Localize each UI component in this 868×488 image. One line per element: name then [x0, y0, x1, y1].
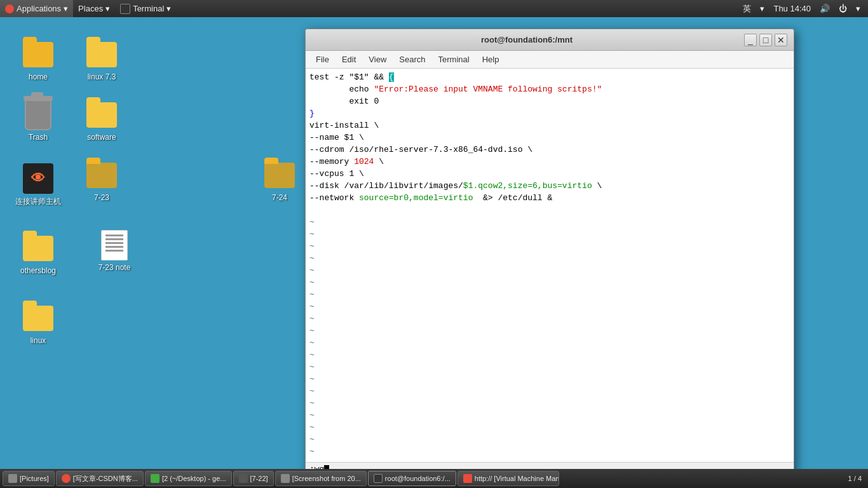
icon-label-trash: Trash: [29, 133, 48, 142]
screenshot-icon: [281, 474, 290, 483]
taskbar-virt-label: http:// [Virtual Machine Man...: [475, 475, 559, 482]
taskbar-gedit[interactable]: [2 (~/Desktop) - ge...: [145, 471, 232, 486]
applications-menu[interactable]: Applications ▾: [0, 0, 73, 17]
terminal-window: root@foundation6:/mnt _ □ ✕ File Edit Vi…: [305, 29, 794, 477]
icon-label-linux: linux: [31, 336, 46, 345]
chevron-down-icon: ▾: [64, 4, 68, 13]
icon-label-othersblog: othersblog: [20, 266, 56, 275]
taskbar-gedit-label: [2 (~/Desktop) - ge...: [162, 475, 226, 482]
folder-icon: [86, 42, 117, 67]
taskbar-screenshot[interactable]: [Screenshot from 20...: [275, 471, 367, 486]
close-button[interactable]: ✕: [775, 34, 787, 46]
clock: Thu 14:40: [771, 4, 813, 13]
system-tray: 英 ▾ Thu 14:40 🔊 ⏻ ▾: [740, 0, 868, 17]
terminal-label: Terminal: [133, 4, 164, 13]
desktop-icon-folder723[interactable]: 7-23: [76, 160, 127, 202]
icon-label-connect: 连接讲师主机: [15, 196, 61, 207]
desktop-icon-trash[interactable]: Trash: [13, 100, 64, 142]
language-indicator[interactable]: 英: [740, 3, 754, 15]
page-info-label: 1 / 4: [848, 475, 862, 482]
terminal-active-icon: [374, 474, 383, 483]
folder-icon: [86, 163, 117, 188]
folder-icon: [264, 163, 295, 188]
virt-icon: [463, 474, 472, 483]
icon-label-software: software: [87, 133, 116, 142]
maximize-button[interactable]: □: [759, 34, 772, 46]
taskbar-root-label: root@foundation6:/...: [385, 475, 451, 482]
special-icon: 👁: [23, 163, 53, 194]
menu-search[interactable]: Search: [393, 53, 431, 66]
taskbar-top: Applications ▾ Places ▾ Terminal ▾ 英 ▾ T…: [0, 0, 868, 17]
terminal-menu[interactable]: Terminal ▾: [115, 0, 176, 17]
taskbar-722-label: [7-22]: [250, 475, 268, 482]
power-icon[interactable]: ⏻: [836, 4, 850, 13]
desktop: home linux 7.3 Trash software 👁 连接讲师主机 7…: [0, 17, 868, 469]
note-icon: [101, 230, 128, 261]
taskbar-722[interactable]: [7-22]: [233, 471, 274, 486]
taskbar-bottom: [Pictures] [写文章-CSDN博客... [2 (~/Desktop)…: [0, 469, 868, 488]
page-info: 1 / 4: [848, 475, 865, 482]
desktop-icon-othersblog[interactable]: othersblog: [13, 233, 64, 275]
taskbar-root[interactable]: root@foundation6:/...: [368, 471, 456, 486]
taskbar-csdn[interactable]: [写文章-CSDN博客...: [56, 471, 144, 486]
folder-icon: [23, 42, 53, 67]
icon-label-home: home: [29, 72, 48, 81]
editor-icon: [151, 474, 159, 483]
folder-icon: [23, 236, 53, 261]
folder-icon: [86, 102, 117, 128]
menu-edit[interactable]: Edit: [336, 53, 362, 66]
menu-help[interactable]: Help: [476, 53, 506, 66]
desktop-icon-home[interactable]: home: [13, 39, 64, 81]
chevron-down-icon: ▾: [853, 4, 863, 13]
chevron-down-icon: ▾: [166, 4, 171, 13]
taskbar-screenshot-label: [Screenshot from 20...: [292, 475, 361, 482]
trash-icon: [25, 100, 51, 130]
icon-label-folder723: 7-23: [94, 193, 109, 202]
desktop-icon-linux[interactable]: linux: [13, 303, 64, 345]
desktop-icon-connect[interactable]: 👁 连接讲师主机: [13, 163, 64, 207]
menu-view[interactable]: View: [362, 53, 393, 66]
menu-terminal[interactable]: Terminal: [432, 53, 476, 66]
terminal-menubar: File Edit View Search Terminal Help: [306, 51, 794, 69]
desktop-icon-linux73[interactable]: linux 7.3: [76, 39, 127, 81]
app-icon: [5, 4, 14, 13]
applications-label: Applications: [17, 4, 61, 13]
volume-icon[interactable]: 🔊: [817, 4, 832, 13]
icon-label-linux73: linux 7.3: [88, 72, 116, 81]
chevron-down-icon: ▾: [105, 4, 110, 13]
pictures-icon: [8, 474, 17, 483]
places-menu[interactable]: Places ▾: [73, 0, 115, 17]
terminal-title: root@foundation6:/mnt: [312, 35, 742, 44]
terminal-icon: [239, 474, 248, 483]
desktop-icon-note723[interactable]: 7-23 note: [89, 230, 140, 272]
places-label: Places: [78, 4, 103, 13]
menu-file[interactable]: File: [309, 53, 336, 66]
taskbar-pictures[interactable]: [Pictures]: [3, 471, 55, 486]
desktop-icon-software[interactable]: software: [76, 100, 127, 142]
taskbar-pictures-label: [Pictures]: [20, 475, 49, 482]
minimize-button[interactable]: _: [744, 34, 757, 46]
taskbar-csdn-label: [写文章-CSDN博客...: [73, 474, 138, 484]
terminal-titlebar: root@foundation6:/mnt _ □ ✕: [306, 29, 794, 51]
icon-label-note723: 7-23 note: [98, 263, 131, 272]
folder-icon: [23, 306, 53, 331]
taskbar-virt[interactable]: http:// [Virtual Machine Man...: [458, 471, 559, 486]
separator: ▾: [757, 4, 767, 13]
icon-label-folder724: 7-24: [272, 193, 287, 202]
desktop-icon-folder724[interactable]: 7-24: [254, 160, 305, 202]
terminal-content[interactable]: test -z "$1" && { echo "Error:Please inp…: [306, 69, 794, 462]
browser-icon: [62, 474, 71, 483]
